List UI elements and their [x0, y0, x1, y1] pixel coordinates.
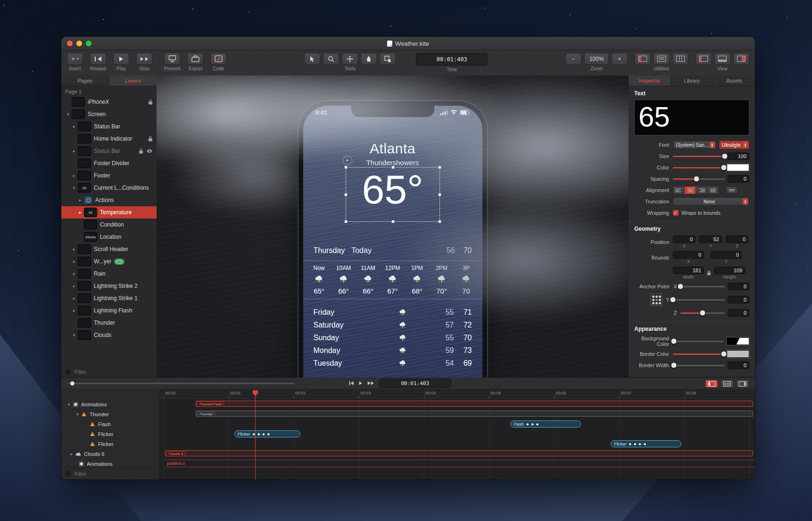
- keyframe-icon[interactable]: ◆: [262, 432, 265, 436]
- insert-button[interactable]: + ▾: [67, 53, 83, 65]
- spacing-field[interactable]: 0: [728, 175, 749, 183]
- chevron-right-icon[interactable]: ▸: [77, 198, 83, 202]
- lock-icon[interactable]: [148, 99, 153, 105]
- zoom-level[interactable]: 100%: [584, 53, 609, 65]
- chevron-down-icon[interactable]: ▾: [66, 402, 72, 407]
- selection-handle[interactable]: [438, 166, 441, 169]
- chevron-down-icon[interactable]: ▾: [75, 412, 80, 417]
- track-flicker-1[interactable]: Flicker ◆ ◆ ◆ ◆: [159, 429, 755, 439]
- anchor-x-slider[interactable]: [680, 286, 725, 287]
- lock-icon[interactable]: [139, 148, 143, 154]
- eye-icon[interactable]: [146, 149, 153, 153]
- chevron-right-icon[interactable]: ▸: [71, 124, 77, 129]
- timeline-row-animations-2[interactable]: Animations: [61, 459, 159, 468]
- keyframe-icon[interactable]: ◆: [536, 422, 539, 426]
- chevron-right-icon[interactable]: ▸: [71, 308, 77, 313]
- keyframe-bar[interactable]: Flicker ◆ ◆ ◆ ◆: [234, 430, 300, 437]
- animation-band-label[interactable]: Clouds 6: [166, 451, 185, 456]
- zoom-knob[interactable]: [70, 381, 75, 386]
- layer-row-footer[interactable]: ▸ Footer: [61, 169, 157, 182]
- layer-row-lightning-strike-1[interactable]: ▸ Lightning Strike 1: [61, 292, 157, 304]
- timeline-row-clouds-6[interactable]: ▸ Clouds 6: [61, 449, 159, 459]
- keyframe-icon[interactable]: ◆: [257, 432, 260, 436]
- layer-row-lightning-flash[interactable]: ▸ Lightning Flash: [61, 304, 157, 317]
- anchor-z-slider[interactable]: [680, 312, 725, 314]
- size-slider[interactable]: [673, 156, 725, 157]
- view-timeline-toggle[interactable]: [714, 53, 730, 65]
- keyframe-icon[interactable]: ◆: [638, 442, 641, 446]
- align-right-button[interactable]: [696, 186, 707, 194]
- keyframe-icon[interactable]: ◆: [644, 442, 646, 446]
- zoom-out-button[interactable]: −: [565, 53, 581, 65]
- timeline-view-curves-button[interactable]: [736, 379, 749, 388]
- animation-band-label[interactable]: Thunder: [197, 412, 215, 417]
- present-button[interactable]: [164, 53, 180, 65]
- height-field[interactable]: 109: [714, 267, 745, 274]
- layer-row-current-conditions[interactable]: ▾ 65 Current L...Conditions: [61, 182, 157, 194]
- lock-icon[interactable]: [148, 136, 153, 142]
- bounds-x-field[interactable]: 0: [673, 251, 704, 259]
- layer-row-location[interactable]: Atlanta Location: [61, 231, 157, 243]
- animation-band-label[interactable]: ThunderFlash: [197, 402, 224, 407]
- layer-row-lightning-strike-2[interactable]: ▸ Lightning Strike 2: [61, 280, 157, 292]
- layer-row-condition[interactable]: Condition: [61, 218, 157, 231]
- export-button[interactable]: [187, 53, 203, 65]
- track-flicker-2[interactable]: Flicker ◆ ◆ ◆ ◆: [159, 439, 755, 449]
- chevron-right-icon[interactable]: ▸: [71, 259, 77, 264]
- chevron-right-icon[interactable]: ▸: [69, 452, 75, 456]
- anchor-x-field[interactable]: 0: [728, 283, 749, 290]
- timeline-play-button[interactable]: [359, 381, 362, 385]
- position-y-field[interactable]: 52: [699, 235, 722, 243]
- keyframe-icon[interactable]: ◆: [634, 442, 636, 446]
- layer-row-rain[interactable]: ▸ Rain: [61, 268, 157, 280]
- zoom-in-button[interactable]: +: [612, 53, 628, 65]
- layer-row-thunder[interactable]: Thunder: [61, 317, 157, 329]
- rewind-button[interactable]: [90, 53, 106, 65]
- property-track-label[interactable]: position.x: [167, 461, 185, 466]
- align-natural-button[interactable]: [726, 186, 737, 194]
- layer-row-home-indicator[interactable]: Home Indicator: [61, 133, 157, 145]
- chevron-right-icon[interactable]: ▸: [77, 210, 83, 215]
- font-weight-dropdown[interactable]: Ultralight ▲▼: [719, 141, 749, 149]
- zoom-window-button[interactable]: [86, 41, 91, 46]
- layer-row-iphonex[interactable]: iPhoneX: [61, 96, 157, 108]
- timeline-row-thunder[interactable]: ▾ Thunder: [61, 409, 159, 419]
- anchor-grid-widget[interactable]: [650, 294, 663, 306]
- chevron-down-icon[interactable]: ▾: [71, 185, 77, 190]
- zoom-tool-button[interactable]: [323, 53, 339, 65]
- tab-layers[interactable]: Layers: [109, 76, 157, 86]
- track-clouds-6[interactable]: Clouds 6: [159, 449, 755, 459]
- size-field[interactable]: 100: [728, 152, 749, 160]
- view-sidebar-toggle[interactable]: [696, 53, 712, 65]
- chevron-right-icon[interactable]: ▸: [71, 271, 77, 276]
- timeline-row-flash[interactable]: Flash: [61, 419, 159, 429]
- utilities-columns-toggle[interactable]: [672, 53, 688, 65]
- layer-row-scroll-header[interactable]: ▸ Scroll Header: [61, 243, 157, 255]
- anchor-z-field[interactable]: 0: [728, 309, 749, 317]
- selection-box[interactable]: [346, 167, 440, 222]
- selection-handle[interactable]: [438, 193, 441, 196]
- layer-row-actions[interactable]: ▸ Actions: [61, 194, 157, 206]
- tab-pages[interactable]: Pages: [61, 76, 109, 86]
- code-button[interactable]: [210, 53, 226, 65]
- keyframe-icon[interactable]: ◆: [267, 432, 270, 436]
- selection-handle[interactable]: [391, 166, 395, 169]
- anchor-y-field[interactable]: 0: [728, 296, 749, 303]
- chevron-right-icon[interactable]: ▸: [71, 173, 77, 178]
- keyframe-icon[interactable]: ◆: [531, 422, 533, 426]
- tab-inspector[interactable]: Inspector: [629, 76, 671, 86]
- chevron-right-icon[interactable]: ▸: [71, 296, 77, 301]
- track-flash[interactable]: Flash ◆ ◆ ◆: [159, 419, 755, 429]
- track-thunderflash[interactable]: ThunderFlash: [159, 399, 755, 409]
- chevron-down-icon[interactable]: ▾: [65, 112, 71, 117]
- aspect-lock-icon[interactable]: [707, 270, 711, 276]
- track-thunder[interactable]: Thunder: [159, 409, 755, 419]
- align-left-button[interactable]: [673, 186, 685, 194]
- close-button[interactable]: [67, 41, 73, 46]
- iphone-mockup[interactable]: 9:41 Atlanta Thundershowers 65°: [298, 101, 487, 378]
- anchor-point-indicator[interactable]: [343, 156, 352, 165]
- border-color-slider[interactable]: [673, 353, 724, 355]
- timeline-row-flicker-1[interactable]: Flicker: [61, 429, 159, 439]
- tab-assets[interactable]: Assets: [713, 76, 755, 86]
- layer-row-clouds[interactable]: ▾ Clouds: [61, 329, 157, 341]
